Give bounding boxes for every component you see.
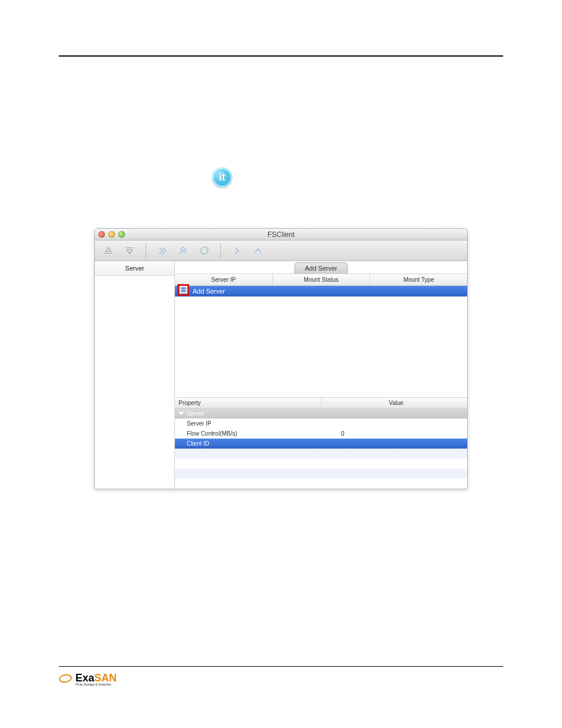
server-table: Server IP Mount Status Mount Type Add Se… (175, 274, 467, 397)
property-table: Property Value Server Server IP Flow Con… (175, 397, 467, 489)
mount-icon[interactable] (103, 245, 114, 256)
sidebar-header: Server (95, 261, 174, 276)
col-value[interactable]: Value (321, 398, 467, 408)
context-menu-label: Add Server (193, 288, 225, 295)
toolbar-separator (146, 243, 146, 258)
property-group-server[interactable]: Server (175, 409, 467, 419)
property-row-server-ip[interactable]: Server IP (175, 419, 467, 429)
property-value (321, 439, 467, 449)
property-row-client-id[interactable]: Client ID (175, 439, 467, 449)
col-property[interactable]: Property (175, 398, 321, 408)
server-icon (180, 286, 187, 294)
unmount-icon[interactable] (124, 245, 135, 256)
group-label: Server (187, 410, 204, 417)
sidebar: Server (95, 261, 175, 489)
page-top-rule (59, 55, 503, 57)
col-mount-status[interactable]: Mount Status (272, 274, 370, 285)
content-area: Server Add Server Server IP Mount Status… (95, 261, 467, 489)
window-title: FSClient (95, 230, 467, 239)
table-row (175, 469, 467, 479)
property-key: Server IP (175, 419, 321, 429)
highlight-box (177, 284, 189, 296)
chevron-right-icon[interactable] (232, 245, 242, 256)
logo-ring-icon (58, 673, 72, 684)
svg-rect-0 (181, 288, 186, 292)
info-icon-label: it (219, 172, 226, 184)
property-key: Client ID (175, 439, 321, 449)
page-bottom-rule (59, 666, 503, 667)
toolbar-separator (220, 243, 221, 258)
app-window: FSClient Server Add (94, 228, 468, 489)
brand-tagline: PCIe Storage & Switches (75, 683, 111, 686)
info-icon: it (212, 167, 232, 187)
table-row (175, 449, 467, 459)
property-key: Flow Control(MB/s) (175, 429, 321, 439)
col-server-ip[interactable]: Server IP (175, 274, 272, 285)
svg-rect-1 (181, 288, 185, 289)
property-table-header: Property Value (175, 398, 467, 409)
table-row (175, 459, 467, 469)
brand-part-a: Exa (75, 672, 94, 684)
svg-rect-2 (181, 291, 185, 292)
chevron-up-icon[interactable] (253, 245, 263, 256)
property-row-flow-control[interactable]: Flow Control(MB/s) 0 (175, 429, 467, 439)
toolbar (95, 241, 467, 261)
disclosure-triangle-icon (178, 412, 184, 415)
table-row (175, 479, 467, 489)
tab-add-server[interactable]: Add Server (295, 262, 347, 274)
refresh-icon[interactable] (199, 245, 210, 256)
property-value: 0 (321, 429, 467, 439)
tab-bar: Add Server (175, 261, 467, 274)
titlebar: FSClient (95, 229, 467, 241)
server-table-header: Server IP Mount Status Mount Type (175, 274, 467, 286)
col-mount-type[interactable]: Mount Type (369, 274, 467, 285)
chevron-double-right-icon[interactable] (157, 245, 167, 256)
property-value (321, 419, 467, 429)
brand-part-b: SAN (94, 672, 117, 684)
chevron-double-up-icon[interactable] (178, 245, 189, 256)
context-menu-add-server[interactable]: Add Server (175, 286, 467, 297)
main-panel: Add Server Server IP Mount Status Mount … (175, 261, 467, 489)
footer-logo: ExaSAN PCIe Storage & Switches (59, 672, 117, 684)
